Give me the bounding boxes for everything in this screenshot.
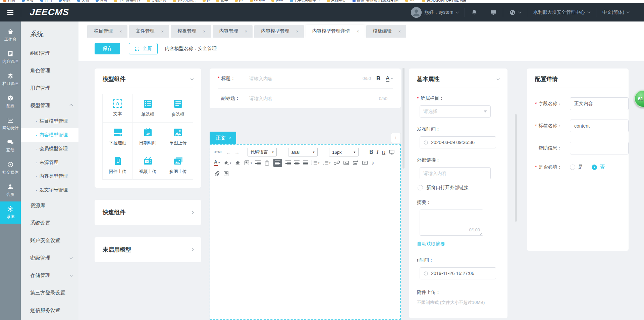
basic-panel-scrollbar[interactable]: [515, 114, 517, 222]
menu-item-model-group[interactable]: 模型管理: [21, 97, 78, 114]
italic-icon[interactable]: [377, 149, 378, 155]
close-icon[interactable]: [161, 29, 164, 34]
tag-name-input[interactable]: [570, 120, 629, 132]
bookmark[interactable]: js: [203, 0, 210, 2]
external-link-input[interactable]: [420, 167, 491, 179]
save-button[interactable]: 保存: [95, 43, 120, 54]
eraser-icon[interactable]: [234, 160, 240, 166]
bookmark[interactable]: 初原: [59, 0, 70, 3]
align-left-icon[interactable]: [273, 159, 282, 167]
close-icon[interactable]: [296, 29, 299, 34]
help-info-input[interactable]: [570, 142, 629, 154]
menu-item-storage[interactable]: 存储管理: [21, 267, 78, 284]
align-center-icon[interactable]: [294, 161, 300, 165]
bookmark[interactable]: 十个好用推荐: [114, 0, 141, 3]
bookmark[interactable]: pdm: [271, 0, 283, 2]
menu-sub-content-model[interactable]: 内容模型管理: [21, 128, 78, 142]
subtitle-input[interactable]: [249, 95, 376, 101]
tab-content-model-detail[interactable]: 内容模型管理详情: [306, 25, 365, 38]
rail-item-columns[interactable]: 栏目管理: [0, 68, 21, 91]
rail-item-system[interactable]: 系统: [0, 201, 21, 224]
add-editor-tab-button[interactable]: [391, 133, 401, 143]
rail-item-statistics[interactable]: 网站统计: [0, 113, 21, 135]
editor-scrollbar[interactable]: [402, 68, 405, 169]
ri-time-input[interactable]: 2019-11-26 16:27:06: [420, 267, 496, 279]
close-icon[interactable]: [398, 29, 401, 34]
tab-template-mgmt[interactable]: 模板管理: [171, 25, 211, 38]
tile-radio[interactable]: 单选框: [132, 94, 163, 123]
tab-content-model-mgmt[interactable]: 内容模型管理: [254, 25, 304, 38]
unused-models-panel[interactable]: 未启用模型: [95, 237, 201, 262]
align-justify-icon[interactable]: [303, 161, 308, 165]
html-source-button[interactable]: HTML: [214, 150, 223, 154]
bookmark[interactable]: 短信_登录验证socksHTM: [353, 0, 398, 3]
site-switcher[interactable]: 水利部大坝安全管理中心: [527, 9, 596, 15]
auto-summary-link[interactable]: 自动获取摘要: [417, 241, 445, 247]
rail-item-content[interactable]: 内容管理: [0, 46, 21, 68]
menu-sub-column-model[interactable]: 栏目模型管理: [21, 114, 78, 128]
bold-icon[interactable]: [376, 75, 380, 82]
menu-sub-content-type[interactable]: 内容类型管理: [21, 169, 78, 183]
tile-single-image[interactable]: 单图上传: [163, 122, 193, 151]
bookmark[interactable]: 叮当: [40, 0, 52, 3]
paste-icon[interactable]: [264, 160, 270, 166]
tab-file-mgmt[interactable]: 文件管理: [129, 25, 169, 38]
hamburger-menu-icon[interactable]: [0, 3, 21, 21]
rail-item-workbench[interactable]: 工作台: [0, 24, 21, 46]
bookmark[interactable]: 知乎: [216, 0, 228, 3]
editor-tab-body[interactable]: 正文: [210, 132, 236, 144]
close-icon[interactable]: [119, 29, 122, 34]
bookmark[interactable]: 各少儿英语: [173, 0, 196, 3]
font-color-icon[interactable]: [214, 159, 220, 166]
user-menu[interactable]: 您好，system: [405, 7, 464, 18]
bold-icon[interactable]: [369, 149, 373, 155]
tile-checkbox[interactable]: 多选框: [163, 94, 193, 123]
ordered-list-icon[interactable]: [312, 161, 319, 165]
indent-icon[interactable]: [255, 161, 261, 165]
unordered-list-icon[interactable]: [323, 161, 330, 165]
underline-icon[interactable]: [382, 149, 385, 155]
code-language-select[interactable]: 代码语言: [248, 148, 277, 156]
menu-item-third-party-login[interactable]: 第三方登录设置: [21, 284, 78, 302]
quick-components-panel[interactable]: 快速组件: [95, 200, 201, 225]
tile-multi-image[interactable]: 多图上传: [163, 151, 193, 180]
font-color-icon[interactable]: [386, 75, 393, 82]
font-size-select[interactable]: 16px: [329, 148, 358, 156]
close-icon[interactable]: [245, 29, 248, 34]
tile-datetime[interactable]: 10 日期时间: [132, 122, 163, 151]
field-name-input[interactable]: [570, 97, 629, 110]
menu-item-organization[interactable]: 组织管理: [21, 44, 78, 62]
tile-text[interactable]: 文本: [102, 94, 133, 123]
undo-icon[interactable]: [226, 149, 231, 155]
channel-select[interactable]: 请选择: [420, 105, 491, 118]
font-family-select[interactable]: arial: [288, 148, 317, 156]
bookmark[interactable]: easyui: [250, 0, 265, 2]
title-input[interactable]: [249, 76, 359, 82]
required-option-yes[interactable]: 是: [570, 164, 583, 170]
bookmark[interactable]: 天猫: [77, 0, 89, 3]
theme-menu[interactable]: [503, 9, 527, 16]
tile-dropdown[interactable]: 下拉选框: [102, 122, 133, 151]
collapse-chevron-icon[interactable]: [497, 77, 500, 80]
tile-video[interactable]: 视频上传: [132, 151, 163, 180]
bookmark[interactable]: 东财基金: [327, 0, 346, 3]
editor-content-area[interactable]: [214, 179, 397, 318]
caption-image-icon[interactable]: [223, 171, 229, 177]
open-new-window-option[interactable]: 新窗口打开外部链接: [418, 185, 499, 191]
bookmark[interactable]: 爱做运营: [147, 0, 166, 3]
bookmark[interactable]: 首页: [22, 0, 34, 3]
fullscreen-button[interactable]: 全屏: [129, 43, 158, 54]
rail-item-social-media[interactable]: 社交媒体: [0, 157, 21, 179]
menu-item-user[interactable]: 用户管理: [21, 79, 78, 97]
radio-icon[interactable]: [418, 185, 423, 190]
close-icon[interactable]: [203, 29, 206, 34]
menu-item-account-security[interactable]: 账户安全设置: [21, 232, 78, 249]
rail-item-config[interactable]: 配置: [0, 91, 21, 113]
tab-template-edit[interactable]: 模板编辑: [366, 25, 407, 38]
bookmark[interactable]: 遍历JSONTOHTML-vue: [422, 0, 466, 3]
preview-monitor-icon[interactable]: [389, 149, 395, 155]
menu-sub-member-model[interactable]: 会员模型管理: [21, 142, 78, 155]
rail-item-member[interactable]: 会员: [0, 179, 21, 201]
tab-column-mgmt[interactable]: 栏目管理: [87, 25, 127, 38]
close-icon[interactable]: [357, 29, 359, 34]
